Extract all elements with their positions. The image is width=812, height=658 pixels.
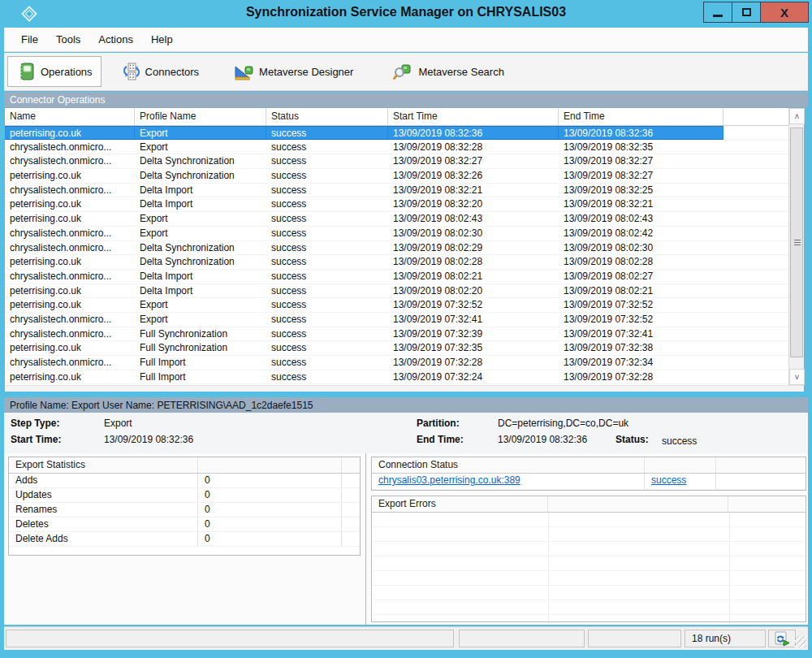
- cell-end-time: 13/09/2019 07:32:28: [559, 370, 723, 384]
- table-row[interactable]: chrysalistech.onmicro... Delta Synchroni…: [5, 154, 804, 169]
- maximize-button[interactable]: [732, 2, 761, 23]
- cell-name: chrysalistech.onmicro...: [5, 154, 135, 168]
- table-row[interactable]: chrysalistech.onmicro... Full Import suc…: [5, 356, 804, 370]
- connectors-button[interactable]: Connectors: [113, 56, 207, 87]
- table-row[interactable]: peterrising.co.uk Delta Synchronization …: [5, 255, 804, 270]
- vertical-scrollbar[interactable]: ˄ ˅: [788, 108, 804, 385]
- column-header-profile-name[interactable]: Profile Name: [135, 108, 266, 125]
- metaverse-designer-button[interactable]: Metaverse Designer: [225, 56, 361, 87]
- partition-value: DC=peterrising,DC=co,DC=uk: [498, 418, 628, 429]
- table-row[interactable]: peterrising.co.uk Delta Import success 1…: [5, 197, 804, 212]
- cell-status: success: [266, 313, 388, 327]
- partition-label: Partition:: [417, 418, 460, 429]
- cell-start-time: 13/09/2019 07:32:24: [388, 370, 559, 384]
- table-row[interactable]: peterrising.co.uk Full Import success 13…: [5, 370, 804, 385]
- statistic-value: 0: [198, 488, 342, 502]
- table-row[interactable]: chrysalistech.onmicro... Full Synchroniz…: [5, 327, 804, 342]
- cell-start-time: 13/09/2019 07:32:28: [388, 356, 559, 370]
- menu-help[interactable]: Help: [142, 30, 182, 49]
- menu-bar: File Tools Actions Help: [4, 28, 808, 52]
- export-statistics-col3: [342, 457, 360, 473]
- table-row[interactable]: chrysalistech.onmicro... Delta Import su…: [5, 184, 804, 198]
- cell-start-time: 13/09/2019 08:02:20: [388, 284, 559, 298]
- cell-name: chrysalistech.onmicro...: [5, 241, 135, 255]
- cell-status: success: [266, 241, 388, 255]
- cell-end-time: 13/09/2019 08:02:27: [559, 270, 723, 284]
- minimize-button[interactable]: [703, 2, 732, 23]
- table-row[interactable]: peterrising.co.uk Export success 13/09/2…: [5, 126, 804, 141]
- cell-name: chrysalistech.onmicro...: [5, 141, 135, 154]
- cell-name: chrysalistech.onmicro...: [5, 313, 135, 327]
- cell-start-time: 13/09/2019 08:02:28: [388, 255, 559, 269]
- export-statistics-title: Export Statistics: [9, 457, 198, 473]
- cell-profile-name: Delta Synchronization: [135, 241, 266, 255]
- operations-button[interactable]: Operations: [7, 56, 102, 87]
- cell-filler: [723, 241, 789, 255]
- table-row[interactable]: peterrising.co.uk Export success 13/09/2…: [5, 212, 804, 227]
- cell-filler: [723, 370, 789, 384]
- cell-end-time: 13/09/2019 08:32:35: [559, 141, 723, 154]
- table-row[interactable]: peterrising.co.uk Delta Import success 1…: [5, 284, 804, 299]
- connection-status-table: Connection Status chrysalis03.peterrisin…: [371, 457, 806, 491]
- table-row[interactable]: chrysalistech.onmicro... Delta Import su…: [5, 270, 804, 284]
- cell-start-time: 13/09/2019 07:32:39: [388, 327, 559, 341]
- cell-status: success: [266, 341, 388, 355]
- cell-start-time: 13/09/2019 08:32:20: [388, 197, 559, 211]
- scroll-up-button[interactable]: ˄: [789, 108, 805, 124]
- column-header-name[interactable]: Name: [5, 108, 135, 125]
- cell-end-time: 13/09/2019 08:02:43: [559, 212, 723, 226]
- column-header-status[interactable]: Status: [266, 108, 388, 125]
- sync-service-manager-window: Synchronization Service Manager on CHRYS…: [0, 0, 812, 658]
- table-row[interactable]: chrysalistech.onmicro... Export success …: [5, 313, 804, 327]
- cell-name: peterrising.co.uk: [5, 126, 135, 140]
- export-statistics-rows: Adds 0 Updates 0 Renames 0: [9, 474, 360, 547]
- statistics-row: Deletes 0: [9, 517, 360, 532]
- cell-profile-name: Export: [135, 141, 266, 154]
- resize-grip[interactable]: [795, 636, 806, 647]
- table-row[interactable]: chrysalistech.onmicro... Export success …: [5, 141, 804, 155]
- cell-filler: [723, 255, 789, 269]
- window-title: Synchronization Service Manager on CHRYS…: [0, 5, 812, 19]
- run-icon-panel: [768, 630, 796, 647]
- statistic-label: Deletes: [9, 517, 198, 531]
- cell-profile-name: Delta Import: [135, 184, 266, 197]
- cell-end-time: 13/09/2019 08:02:42: [559, 227, 723, 240]
- table-row[interactable]: peterrising.co.uk Export success 13/09/2…: [5, 298, 804, 313]
- table-row[interactable]: peterrising.co.uk Delta Synchronization …: [5, 169, 804, 184]
- close-button[interactable]: X: [760, 2, 809, 23]
- cell-filler: [723, 284, 789, 298]
- end-time-label: End Time:: [417, 434, 464, 445]
- cell-profile-name: Delta Synchronization: [135, 154, 266, 168]
- scrollbar-thumb[interactable]: [790, 128, 803, 357]
- export-statistics-header: Export Statistics: [9, 457, 360, 474]
- table-row[interactable]: chrysalistech.onmicro... Export success …: [5, 227, 804, 241]
- menu-tools[interactable]: Tools: [47, 30, 89, 49]
- column-header-end-time[interactable]: End Time: [559, 108, 723, 125]
- start-time-value: 13/09/2019 08:32:36: [104, 434, 193, 445]
- connection-endpoint-link[interactable]: chrysalis03.peterrising.co.uk:389: [378, 474, 520, 486]
- export-statistics-col2: [198, 457, 342, 473]
- cell-status: success: [266, 169, 388, 183]
- cell-profile-name: Export: [135, 313, 266, 327]
- cell-name: peterrising.co.uk: [5, 370, 135, 384]
- menu-actions[interactable]: Actions: [89, 30, 142, 49]
- horizontal-scrollbar[interactable]: [5, 385, 804, 392]
- statistics-row: Renames 0: [9, 503, 360, 517]
- cell-name: peterrising.co.uk: [5, 341, 135, 355]
- column-header-start-time[interactable]: Start Time: [388, 108, 559, 125]
- status-panel-1: [6, 630, 454, 647]
- table-row[interactable]: peterrising.co.uk Full Synchronization s…: [5, 341, 804, 356]
- column-header-filler: [723, 108, 789, 125]
- connection-status-link[interactable]: success: [651, 474, 686, 486]
- metaverse-search-button[interactable]: Metaverse Search: [384, 56, 512, 87]
- cell-end-time: 13/09/2019 07:32:34: [559, 356, 723, 370]
- cell-status: success: [266, 327, 388, 341]
- cell-profile-name: Full Synchronization: [135, 341, 266, 355]
- cell-profile-name: Delta Synchronization: [135, 169, 266, 183]
- scroll-down-button[interactable]: ˅: [789, 369, 805, 385]
- table-row[interactable]: chrysalistech.onmicro... Delta Synchroni…: [5, 241, 804, 256]
- cell-status: success: [266, 126, 388, 140]
- menu-file[interactable]: File: [12, 30, 47, 49]
- minimize-icon: [713, 15, 723, 17]
- status-label: Status:: [615, 434, 649, 445]
